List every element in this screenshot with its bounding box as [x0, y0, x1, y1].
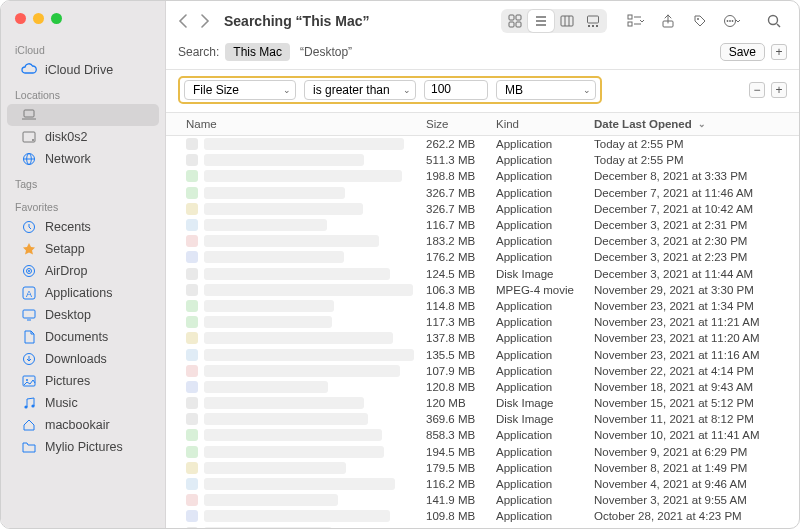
- criteria-row: File Size⌄ is greater than⌄ 100 MB⌄ − +: [166, 70, 799, 113]
- sidebar-item-recents[interactable]: Recents: [7, 216, 159, 238]
- file-name-redacted: [204, 494, 338, 506]
- clock-icon: [21, 219, 37, 235]
- table-row[interactable]: 118.4 MBApplicationOctober 19, 2021 at 7…: [166, 525, 799, 529]
- file-kind: MPEG-4 movie: [496, 284, 594, 296]
- back-button[interactable]: [178, 14, 188, 28]
- sidebar-item-laptop[interactable]: [7, 104, 159, 126]
- sidebar-item-downloads[interactable]: Downloads: [7, 348, 159, 370]
- file-date: October 19, 2021 at 7:38 PM: [594, 527, 799, 528]
- view-icons-button[interactable]: [502, 10, 528, 32]
- table-row[interactable]: 109.8 MBApplicationOctober 28, 2021 at 4…: [166, 508, 799, 524]
- sidebar-section-label: iCloud: [1, 36, 165, 59]
- table-row[interactable]: 120 MBDisk ImageNovember 15, 2021 at 5:1…: [166, 395, 799, 411]
- scope-this-mac[interactable]: This Mac: [225, 43, 290, 61]
- file-date: Today at 2:55 PM: [594, 154, 799, 166]
- file-date: October 28, 2021 at 4:23 PM: [594, 510, 799, 522]
- sidebar-item-desktop[interactable]: Desktop: [7, 304, 159, 326]
- file-size: 116.2 MB: [426, 478, 496, 490]
- table-row[interactable]: 198.8 MBApplicationDecember 8, 2021 at 3…: [166, 168, 799, 184]
- file-name-redacted: [204, 478, 395, 490]
- sidebar-item-network[interactable]: Network: [7, 148, 159, 170]
- sidebar-item-mylio-pictures[interactable]: Mylio Pictures: [7, 436, 159, 458]
- table-row[interactable]: 106.3 MBMPEG-4 movieNovember 29, 2021 at…: [166, 282, 799, 298]
- table-row[interactable]: 107.9 MBApplicationNovember 22, 2021 at …: [166, 363, 799, 379]
- column-size[interactable]: Size: [426, 118, 496, 130]
- table-row[interactable]: 137.8 MBApplicationNovember 23, 2021 at …: [166, 330, 799, 346]
- table-row[interactable]: 120.8 MBApplicationNovember 18, 2021 at …: [166, 379, 799, 395]
- svg-rect-20: [509, 15, 514, 20]
- file-size: 117.3 MB: [426, 316, 496, 328]
- criteria-attribute-select[interactable]: File Size⌄: [184, 80, 296, 100]
- tags-button[interactable]: [687, 10, 713, 32]
- zoom-icon[interactable]: [51, 13, 62, 24]
- view-list-button[interactable]: [528, 10, 554, 32]
- table-row[interactable]: 176.2 MBApplicationDecember 3, 2021 at 2…: [166, 249, 799, 265]
- view-columns-button[interactable]: [554, 10, 580, 32]
- actions-button[interactable]: [719, 10, 745, 32]
- sidebar-item-macbookair[interactable]: macbookair: [7, 414, 159, 436]
- table-row[interactable]: 124.5 MBDisk ImageDecember 3, 2021 at 11…: [166, 266, 799, 282]
- close-icon[interactable]: [15, 13, 26, 24]
- file-size: 198.8 MB: [426, 170, 496, 182]
- group-by-button[interactable]: [623, 10, 649, 32]
- file-name-redacted: [204, 154, 364, 166]
- svg-point-17: [26, 379, 28, 381]
- sidebar-item-label: iCloud Drive: [45, 63, 113, 77]
- column-name[interactable]: Name: [186, 118, 426, 130]
- file-kind: Application: [496, 203, 594, 215]
- file-size: 116.7 MB: [426, 219, 496, 231]
- share-button[interactable]: [655, 10, 681, 32]
- sidebar-item-setapp[interactable]: Setapp: [7, 238, 159, 260]
- table-row[interactable]: 141.9 MBApplicationNovember 3, 2021 at 9…: [166, 492, 799, 508]
- table-row[interactable]: 114.8 MBApplicationNovember 23, 2021 at …: [166, 298, 799, 314]
- table-row[interactable]: 326.7 MBApplicationDecember 7, 2021 at 1…: [166, 185, 799, 201]
- table-row[interactable]: 116.2 MBApplicationNovember 4, 2021 at 9…: [166, 476, 799, 492]
- minimize-icon[interactable]: [33, 13, 44, 24]
- column-kind[interactable]: Kind: [496, 118, 594, 130]
- forward-button[interactable]: [200, 14, 210, 28]
- file-kind: Application: [496, 332, 594, 344]
- add-criteria-button[interactable]: +: [771, 44, 787, 60]
- sidebar-item-pictures[interactable]: Pictures: [7, 370, 159, 392]
- sidebar-item-icloud-drive[interactable]: iCloud Drive: [7, 59, 159, 81]
- table-row[interactable]: 135.5 MBApplicationNovember 23, 2021 at …: [166, 346, 799, 362]
- table-row[interactable]: 511.3 MBApplicationToday at 2:55 PM: [166, 152, 799, 168]
- table-row[interactable]: 369.6 MBDisk ImageNovember 11, 2021 at 8…: [166, 411, 799, 427]
- table-row[interactable]: 194.5 MBApplicationNovember 9, 2021 at 6…: [166, 444, 799, 460]
- file-date: December 3, 2021 at 11:44 AM: [594, 268, 799, 280]
- criteria-comparator-select[interactable]: is greater than⌄: [304, 80, 416, 100]
- table-row[interactable]: 326.7 MBApplicationDecember 7, 2021 at 1…: [166, 201, 799, 217]
- file-date: November 11, 2021 at 8:12 PM: [594, 413, 799, 425]
- svg-point-42: [729, 20, 731, 22]
- file-size: 326.7 MB: [426, 203, 496, 215]
- sidebar-item-label: Mylio Pictures: [45, 440, 123, 454]
- column-date[interactable]: Date Last Opened⌄: [594, 118, 799, 130]
- add-criteria-button-2[interactable]: +: [771, 82, 787, 98]
- file-size: 858.3 MB: [426, 429, 496, 441]
- svg-rect-32: [592, 25, 594, 27]
- home-icon: [21, 417, 37, 433]
- table-row[interactable]: 116.7 MBApplicationDecember 3, 2021 at 2…: [166, 217, 799, 233]
- table-row[interactable]: 183.2 MBApplicationDecember 3, 2021 at 2…: [166, 233, 799, 249]
- criteria-value-input[interactable]: 100: [424, 80, 488, 100]
- view-gallery-button[interactable]: [580, 10, 606, 32]
- save-search-button[interactable]: Save: [720, 43, 765, 61]
- svg-point-19: [31, 404, 34, 407]
- sidebar-item-disk0s2[interactable]: disk0s2: [7, 126, 159, 148]
- sidebar-item-applications[interactable]: AApplications: [7, 282, 159, 304]
- remove-criteria-button[interactable]: −: [749, 82, 765, 98]
- search-label: Search:: [178, 45, 219, 59]
- sidebar-item-music[interactable]: Music: [7, 392, 159, 414]
- table-row[interactable]: 117.3 MBApplicationNovember 23, 2021 at …: [166, 314, 799, 330]
- table-row[interactable]: 262.2 MBApplicationToday at 2:55 PM: [166, 136, 799, 152]
- sidebar-item-label: Network: [45, 152, 91, 166]
- sidebar-item-airdrop[interactable]: AirDrop: [7, 260, 159, 282]
- table-row[interactable]: 858.3 MBApplicationNovember 10, 2021 at …: [166, 427, 799, 443]
- table-row[interactable]: 179.5 MBApplicationNovember 8, 2021 at 1…: [166, 460, 799, 476]
- criteria-unit-select[interactable]: MB⌄: [496, 80, 596, 100]
- search-button[interactable]: [761, 10, 787, 32]
- sidebar-item-documents[interactable]: Documents: [7, 326, 159, 348]
- file-kind: Application: [496, 462, 594, 474]
- svg-rect-30: [588, 16, 599, 23]
- scope-desktop[interactable]: “Desktop”: [296, 43, 356, 61]
